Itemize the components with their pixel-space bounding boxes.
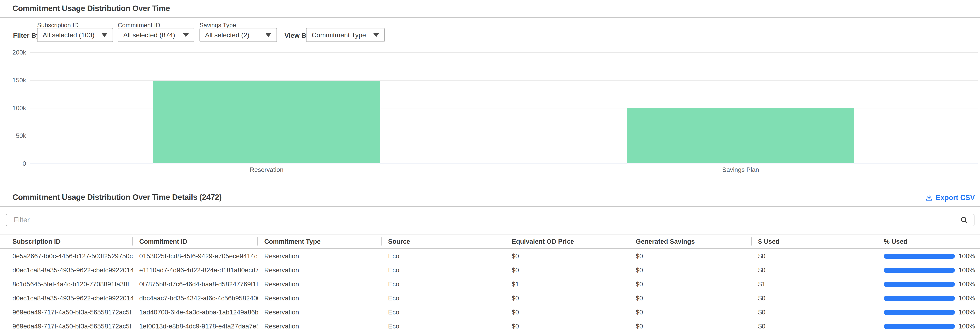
- search-icon[interactable]: [960, 216, 969, 225]
- cell-commitment-id: 1ef0013d-e8b8-4dc9-9178-e4fa27daa7e5: [133, 322, 258, 330]
- savings-type-dropdown-label: Savings Type: [199, 22, 236, 29]
- chart-bar-reservation[interactable]: [153, 81, 380, 163]
- cell-used-percent: 100%: [877, 266, 980, 274]
- cell-source: Eco: [382, 252, 505, 260]
- cell-used-dollars: $0: [752, 266, 877, 274]
- cell-subscription-id: 8c1d5645-5fef-4a4c-b120-7708891fa38f: [0, 280, 133, 288]
- table-row: d0ec1ca8-8a35-4935-9622-cbefc9922014e111…: [0, 263, 980, 277]
- cell-generated-savings: $0: [629, 309, 752, 316]
- used-percent-label: 100%: [958, 280, 975, 288]
- download-icon: [925, 194, 933, 202]
- cell-generated-savings: $0: [629, 322, 752, 330]
- commitment-usage-page: Commitment Usage Distribution Over Time …: [0, 0, 980, 333]
- cell-used-dollars: $1: [752, 280, 877, 288]
- table-body: 0e5a2667-fb0c-4456-b127-503f2529750c0153…: [0, 249, 980, 333]
- y-axis-tick-label: 100k: [0, 105, 26, 112]
- cell-commitment-type: Reservation: [258, 309, 382, 316]
- column-header-percent-used: % Used: [877, 234, 980, 249]
- used-percent-label: 100%: [958, 266, 975, 274]
- cell-source: Eco: [382, 280, 505, 288]
- gridline: [30, 53, 978, 53]
- x-axis-category-label: Savings Plan: [627, 166, 854, 174]
- cell-used-dollars: $0: [752, 322, 877, 330]
- cell-equivalent-od-price: $1: [505, 280, 629, 288]
- pinned-column-divider: [133, 234, 133, 333]
- used-percent-bar: [884, 324, 955, 329]
- column-header-equivalent-od-price: Equivalent OD Price: [505, 234, 629, 249]
- details-divider: [0, 206, 980, 207]
- cell-used-percent: 100%: [877, 322, 980, 330]
- cell-source: Eco: [382, 295, 505, 302]
- details-title: Commitment Usage Distribution Over Time …: [13, 193, 221, 202]
- cell-commitment-type: Reservation: [258, 266, 382, 274]
- cell-generated-savings: $0: [629, 295, 752, 302]
- cell-commitment-id: 0153025f-fcd8-45f6-9429-e705ece9414c: [133, 252, 258, 260]
- used-percent-bar-track: [884, 296, 955, 301]
- table-filter-input[interactable]: [6, 214, 974, 226]
- chart-plot: [30, 53, 978, 164]
- used-percent-bar-track: [884, 268, 955, 273]
- cell-used-percent: 100%: [877, 309, 980, 316]
- used-percent-label: 100%: [958, 252, 975, 260]
- subscription-id-dropdown-value: All selected (103): [43, 31, 95, 39]
- gridline: [30, 80, 978, 81]
- savings-type-dropdown-value: All selected (2): [205, 31, 250, 39]
- used-percent-bar: [884, 310, 955, 315]
- table-header-row: Subscription ID Commitment ID Commitment…: [0, 234, 980, 249]
- used-percent-bar: [884, 253, 955, 259]
- cell-subscription-id: 969eda49-717f-4a50-bf3a-56558172ac5f: [0, 309, 133, 316]
- cell-equivalent-od-price: $0: [505, 309, 629, 316]
- column-header-generated-savings: Generated Savings: [629, 234, 752, 249]
- cell-source: Eco: [382, 309, 505, 316]
- subscription-id-dropdown[interactable]: All selected (103): [37, 28, 113, 42]
- cell-commitment-id: dbc4aac7-bd35-4342-af6c-4c56b9582400: [133, 295, 258, 302]
- cell-used-percent: 100%: [877, 252, 980, 260]
- cell-commitment-type: Reservation: [258, 280, 382, 288]
- cell-equivalent-od-price: $0: [505, 295, 629, 302]
- table-row: 969eda49-717f-4a50-bf3a-56558172ac5f1ad4…: [0, 305, 980, 319]
- table-row: 8c1d5645-5fef-4a4c-b120-7708891fa38f0f78…: [0, 277, 980, 291]
- used-percent-bar-track: [884, 253, 955, 259]
- details-table: Subscription ID Commitment ID Commitment…: [0, 234, 980, 333]
- cell-equivalent-od-price: $0: [505, 266, 629, 274]
- cell-used-percent: 100%: [877, 295, 980, 302]
- cell-used-percent: 100%: [877, 280, 980, 288]
- cell-commitment-id: e1110ad7-4d96-4d22-824a-d181a80ecd7d: [133, 266, 258, 274]
- page-title: Commitment Usage Distribution Over Time: [13, 4, 170, 13]
- cell-commitment-id: 0f7875b8-d7c6-46d4-baa8-d58247769f1f: [133, 280, 258, 288]
- table-filter: [6, 214, 974, 226]
- cell-equivalent-od-price: $0: [505, 252, 629, 260]
- chevron-down-icon: [102, 33, 107, 37]
- cell-used-dollars: $0: [752, 252, 877, 260]
- subscription-id-dropdown-label: Subscription ID: [37, 22, 79, 29]
- export-csv-button[interactable]: Export CSV: [925, 194, 975, 202]
- column-header-commitment-id: Commitment ID: [133, 234, 258, 249]
- savings-type-dropdown[interactable]: All selected (2): [199, 28, 277, 42]
- column-header-source: Source: [382, 234, 505, 249]
- chart-bar-savings-plan[interactable]: [627, 108, 854, 163]
- y-axis-tick-label: 150k: [0, 76, 26, 84]
- cell-generated-savings: $0: [629, 252, 752, 260]
- cell-generated-savings: $0: [629, 280, 752, 288]
- cell-generated-savings: $0: [629, 266, 752, 274]
- cell-commitment-type: Reservation: [258, 252, 382, 260]
- y-axis-tick-label: 0: [0, 160, 26, 167]
- commitment-id-dropdown-label: Commitment ID: [118, 22, 160, 29]
- chevron-down-icon: [183, 33, 189, 37]
- table-row: 969eda49-717f-4a50-bf3a-56558172ac5f1ef0…: [0, 319, 980, 333]
- used-percent-bar-track: [884, 310, 955, 315]
- commitment-id-dropdown[interactable]: All selected (874): [118, 28, 194, 42]
- usage-bar-chart: 050k100k150k200kReservationSavings Plan: [0, 49, 980, 179]
- view-by-dropdown[interactable]: Commitment Type: [306, 28, 385, 42]
- used-percent-label: 100%: [958, 309, 975, 316]
- cell-used-dollars: $0: [752, 295, 877, 302]
- cell-equivalent-od-price: $0: [505, 322, 629, 330]
- cell-source: Eco: [382, 322, 505, 330]
- view-by-dropdown-value: Commitment Type: [312, 31, 366, 39]
- y-axis-tick-label: 200k: [0, 49, 26, 56]
- used-percent-bar: [884, 296, 955, 301]
- chevron-down-icon: [373, 33, 379, 37]
- x-axis-category-label: Reservation: [153, 166, 380, 174]
- used-percent-label: 100%: [958, 295, 975, 302]
- commitment-id-dropdown-value: All selected (874): [123, 31, 175, 39]
